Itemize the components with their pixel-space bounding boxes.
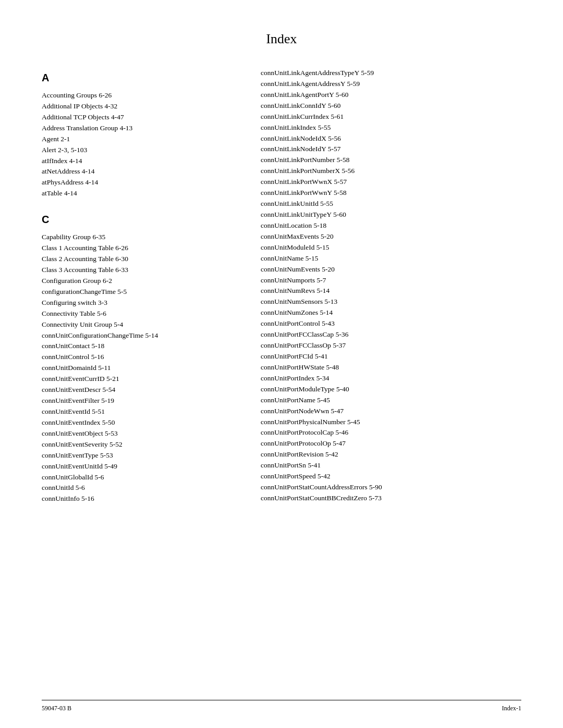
list-item: connUnitNumZones 5-14 bbox=[261, 307, 521, 318]
list-item: connUnitContact 5-18 bbox=[42, 341, 229, 352]
list-item: Class 3 Accounting Table 6-33 bbox=[42, 265, 229, 276]
list-item: connUnitDomainId 5-11 bbox=[42, 363, 229, 374]
list-item: connUnitPortFCClassCap 5-36 bbox=[261, 329, 521, 340]
list-item: connUnitPortStatCountBBCreditZero 5-73 bbox=[261, 493, 521, 504]
list-item: connUnitPortRevision 5-42 bbox=[261, 449, 521, 460]
list-item: connUnitLinkUnitId 5-55 bbox=[261, 199, 521, 209]
section-a: A Accounting Groups 6-26 Additional IP O… bbox=[42, 72, 229, 199]
list-item: connUnitId 5-6 bbox=[42, 483, 229, 493]
list-item: connUnitGlobalId 5-6 bbox=[42, 472, 229, 483]
list-item: connUnitEventObject 5-53 bbox=[42, 428, 229, 439]
list-item: connUnitPortName 5-45 bbox=[261, 395, 521, 406]
list-item: connUnitLinkUnitTypeY 5-60 bbox=[261, 209, 521, 220]
list-item: connUnitPortSpeed 5-42 bbox=[261, 471, 521, 482]
list-item: connUnitLinkPortWwnX 5-57 bbox=[261, 177, 521, 188]
list-item: connUnitEventUnitId 5-49 bbox=[42, 461, 229, 472]
footer-left: 59047-03 B bbox=[42, 705, 71, 712]
list-item: connUnitLinkNodeIdY 5-57 bbox=[261, 144, 521, 155]
left-column: A Accounting Groups 6-26 Additional IP O… bbox=[42, 68, 250, 504]
section-header-a: A bbox=[42, 72, 229, 84]
right-column: connUnitLinkAgentAddressTypeY 5-59 connU… bbox=[250, 68, 521, 504]
list-item: connUnitEventSeverity 5-52 bbox=[42, 439, 229, 450]
list-item: connUnitNumports 5-7 bbox=[261, 275, 521, 286]
content-area: A Accounting Groups 6-26 Additional IP O… bbox=[42, 68, 521, 504]
list-item: Capability Group 6-35 bbox=[42, 232, 229, 243]
list-item: connUnitNumRevs 5-14 bbox=[261, 286, 521, 297]
list-item: Configuration Group 6-2 bbox=[42, 276, 229, 287]
list-item: connUnitPortNodeWwn 5-47 bbox=[261, 406, 521, 417]
list-item: configurationChangeTime 5-5 bbox=[42, 287, 229, 298]
list-item: Connectivity Unit Group 5-4 bbox=[42, 319, 229, 330]
list-item: connUnitNumSensors 5-13 bbox=[261, 297, 521, 307]
page: Index A Accounting Groups 6-26 Additiona… bbox=[0, 0, 563, 728]
section-c: C Capability Group 6-35 Class 1 Accounti… bbox=[42, 214, 229, 504]
footer: 59047-03 B Index-1 bbox=[42, 700, 521, 712]
list-item: Additional TCP Objects 4-47 bbox=[42, 112, 229, 123]
list-item: atNetAddress 4-14 bbox=[42, 166, 229, 177]
list-item: atIfIndex 4-14 bbox=[42, 156, 229, 167]
list-item: Class 2 Accounting Table 6-30 bbox=[42, 254, 229, 265]
list-item: connUnitLinkPortNumberX 5-56 bbox=[261, 166, 521, 177]
list-item: connUnitLinkPortNumber 5-58 bbox=[261, 155, 521, 166]
list-item: connUnitName 5-15 bbox=[261, 253, 521, 264]
list-item: connUnitLinkAgentAddressY 5-59 bbox=[261, 79, 521, 90]
list-item: atPhysAddress 4-14 bbox=[42, 177, 229, 188]
list-item: connUnitLinkCurrIndex 5-61 bbox=[261, 112, 521, 122]
list-item: connUnitModuleId 5-15 bbox=[261, 242, 521, 253]
list-item: connUnitLocation 5-18 bbox=[261, 220, 521, 231]
footer-right: Index-1 bbox=[502, 705, 521, 712]
list-item: connUnitPortStatCountAddressErrors 5-90 bbox=[261, 482, 521, 493]
list-item: connUnitPortIndex 5-34 bbox=[261, 373, 521, 384]
list-item: Additional IP Objects 4-32 bbox=[42, 101, 229, 112]
list-item: connUnitPortSn 5-41 bbox=[261, 460, 521, 471]
index-entries-a: Accounting Groups 6-26 Additional IP Obj… bbox=[42, 90, 229, 199]
list-item: Alert 2-3, 5-103 bbox=[42, 145, 229, 156]
list-item: Configuring switch 3-3 bbox=[42, 298, 229, 309]
list-item: connUnitEventId 5-51 bbox=[42, 406, 229, 417]
index-entries-c: Capability Group 6-35 Class 1 Accounting… bbox=[42, 232, 229, 504]
list-item: connUnitEventFilter 5-19 bbox=[42, 396, 229, 406]
list-item: Class 1 Accounting Table 6-26 bbox=[42, 243, 229, 254]
list-item: connUnitPortPhysicalNumber 5-45 bbox=[261, 417, 521, 428]
page-title: Index bbox=[42, 31, 521, 47]
list-item: connUnitPortModuleType 5-40 bbox=[261, 384, 521, 395]
list-item: connUnitEventType 5-53 bbox=[42, 450, 229, 461]
list-item: Accounting Groups 6-26 bbox=[42, 90, 229, 101]
list-item: Agent 2-1 bbox=[42, 134, 229, 145]
list-item: Connectivity Table 5-6 bbox=[42, 309, 229, 319]
list-item: connUnitPortControl 5-43 bbox=[261, 318, 521, 329]
list-item: connUnitPortFCId 5-41 bbox=[261, 351, 521, 362]
list-item: Address Translation Group 4-13 bbox=[42, 123, 229, 134]
list-item: connUnitNumEvents 5-20 bbox=[261, 264, 521, 275]
list-item: connUnitPortHWState 5-48 bbox=[261, 362, 521, 373]
list-item: connUnitControl 5-16 bbox=[42, 352, 229, 363]
list-item: connUnitPortProtocolCap 5-46 bbox=[261, 427, 521, 438]
list-item: connUnitPortFCClassOp 5-37 bbox=[261, 340, 521, 351]
list-item: connUnitEventIndex 5-50 bbox=[42, 417, 229, 428]
list-item: connUnitEventDescr 5-54 bbox=[42, 385, 229, 396]
list-item: connUnitInfo 5-16 bbox=[42, 493, 229, 504]
list-item: connUnitLinkNodeIdX 5-56 bbox=[261, 133, 521, 144]
list-item: connUnitEventCurrID 5-21 bbox=[42, 374, 229, 385]
list-item: connUnitConfigurationChangeTime 5-14 bbox=[42, 330, 229, 341]
list-item: connUnitMaxEvents 5-20 bbox=[261, 231, 521, 242]
section-header-c: C bbox=[42, 214, 229, 226]
list-item: atTable 4-14 bbox=[42, 188, 229, 199]
list-item: connUnitLinkConnIdY 5-60 bbox=[261, 101, 521, 112]
list-item: connUnitLinkAgentAddressTypeY 5-59 bbox=[261, 68, 521, 79]
list-item: connUnitLinkPortWwnY 5-58 bbox=[261, 188, 521, 199]
right-index-entries: connUnitLinkAgentAddressTypeY 5-59 connU… bbox=[261, 68, 521, 504]
list-item: connUnitLinkIndex 5-55 bbox=[261, 122, 521, 133]
list-item: connUnitPortProtocolOp 5-47 bbox=[261, 438, 521, 449]
list-item: connUnitLinkAgentPortY 5-60 bbox=[261, 90, 521, 101]
